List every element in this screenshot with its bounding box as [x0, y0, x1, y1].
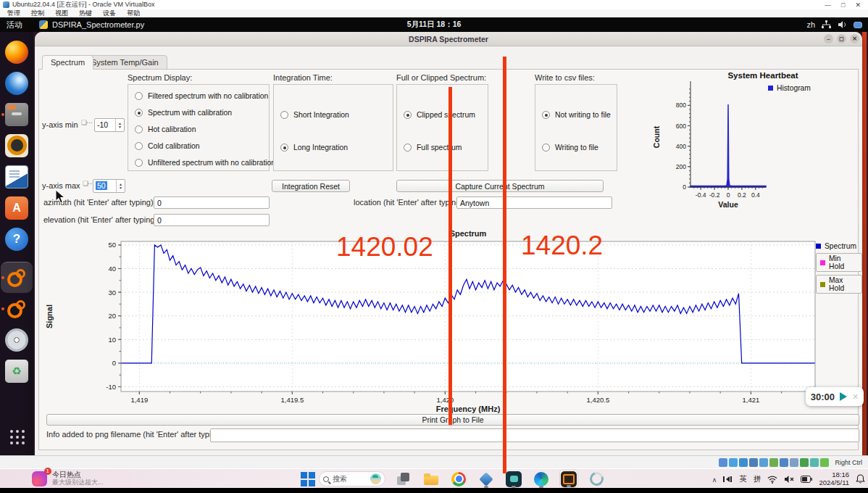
topbar-clock[interactable]: 5月11日 18：16 [407, 20, 462, 30]
y-axis-min-spinbox[interactable]: -10 [94, 118, 125, 132]
print-graph-button[interactable]: Print Graph to File [46, 414, 859, 426]
tab-spectrum[interactable]: Spectrum [42, 55, 93, 70]
mouse-integration-status-icon[interactable] [820, 458, 829, 467]
virtualbox-icon[interactable] [477, 470, 496, 488]
tray-clock[interactable]: 18:16 2024/5/11 [819, 471, 849, 486]
app-close-button[interactable] [850, 34, 859, 44]
radio-writing-to-file[interactable]: Writing to file [542, 142, 598, 153]
show-apps-icon[interactable] [1, 421, 33, 452]
radio-full-spectrum[interactable]: Full spectrum [404, 142, 462, 153]
libreoffice-writer-icon[interactable] [1, 161, 33, 192]
search-highlight-icon [370, 473, 381, 484]
news-widget[interactable]: 1 今日热点 最大级别达超大... [32, 471, 104, 486]
trash-icon[interactable] [1, 355, 33, 386]
legend-max-hold[interactable]: Max Hold [816, 275, 862, 294]
input-method-indicator[interactable]: zh [806, 20, 815, 29]
vm-window-glyph [506, 471, 522, 487]
elevation-input[interactable] [154, 214, 270, 226]
activities-button[interactable]: 活动 [0, 19, 29, 31]
legend-swatch [820, 260, 825, 265]
media-tray-icon[interactable] [723, 475, 733, 484]
running-indicator [1, 113, 4, 116]
recording-status-icon[interactable] [810, 458, 819, 467]
radio-long-integration[interactable]: Long Integration [280, 142, 348, 153]
shared-folders-status-icon[interactable] [780, 458, 788, 467]
task-view-icon[interactable] [394, 470, 413, 488]
y-axis-max-spinbox[interactable]: 50 [93, 179, 125, 193]
vbox-close-button[interactable] [855, 1, 861, 9]
news-title: 今日热点 [52, 471, 104, 478]
battery-icon[interactable] [801, 476, 812, 483]
wifi-icon[interactable] [767, 475, 777, 484]
optical-drive-status-icon[interactable] [729, 458, 738, 467]
show-apps-glyph [5, 426, 28, 449]
ime-english-indicator[interactable]: 英 [739, 474, 747, 484]
play-icon[interactable] [840, 392, 847, 401]
legend-min-hold[interactable]: Min Hold [816, 253, 862, 272]
radio-unfiltered-spectrum-with-no-calibration[interactable]: Unfiltered spectrum with no calibration [135, 157, 275, 168]
png-info-label: Info added to png filename (hit 'Enter' … [46, 430, 225, 439]
capture-spectrum-button[interactable]: Capture Current Spectrum [396, 180, 604, 192]
radio-spectrum-with-calibration[interactable]: Spectrum with calibration [135, 107, 232, 118]
file-explorer-icon[interactable] [422, 470, 441, 488]
radio-cold-calibration[interactable]: Cold calibration [135, 141, 200, 152]
location-input[interactable] [456, 196, 612, 209]
battery-icon[interactable] [854, 22, 862, 28]
spin-arrows-icon[interactable] [116, 180, 125, 192]
svg-text:Count: Count [652, 125, 661, 148]
volume-muted-icon[interactable] [784, 475, 794, 484]
app-maximize-button[interactable] [837, 34, 846, 44]
app-titlebar[interactable]: DSPIRA Spectrometer [35, 32, 862, 46]
annotation-line-1420.2 [503, 57, 506, 473]
hard-disk-status-icon[interactable] [719, 458, 727, 467]
radio-clipped-spectrum[interactable]: Clipped spectrum [404, 109, 475, 120]
usb-status-icon[interactable] [759, 458, 768, 467]
ime-pinyin-indicator[interactable]: 拼 [754, 474, 761, 484]
close-timer-icon[interactable] [852, 392, 859, 402]
radio-short-integration[interactable]: Short Integration [280, 109, 349, 120]
tab-system-temp-gain[interactable]: System Temp/Gain [83, 55, 167, 70]
swirl-app-icon[interactable] [587, 470, 606, 488]
display-status-icon[interactable] [800, 458, 809, 467]
optical-disc-icon[interactable] [1, 324, 33, 355]
capture-tool-icon[interactable] [559, 470, 578, 488]
vm-window-icon[interactable] [504, 470, 523, 488]
chrome-icon[interactable] [449, 470, 468, 488]
svg-text:1,419.5: 1,419.5 [280, 396, 304, 404]
thunderbird-icon[interactable] [1, 67, 33, 99]
firefox-icon[interactable] [1, 36, 33, 67]
focused-app-title[interactable]: DSPIRA_Spectrometer.py [52, 20, 144, 29]
files-icon[interactable] [1, 99, 33, 130]
app-minimize-button[interactable] [824, 34, 833, 44]
radio-filtered-spectrum-with-no-calibration[interactable]: Filtered spectrum with no calibration [135, 91, 268, 102]
radio-icon [404, 144, 412, 152]
spectrum-display-group: Filtered spectrum with no calibrationSpe… [128, 84, 270, 171]
clipboard-status-icon[interactable] [790, 458, 798, 467]
audio-status-icon[interactable] [739, 458, 748, 467]
ubuntu-software-icon[interactable] [1, 192, 33, 223]
png-info-input[interactable] [210, 428, 859, 442]
timer-widget[interactable]: 30:00 [806, 387, 864, 406]
azimuth-input[interactable] [154, 196, 270, 209]
spectrum-legend: SpectrumMin HoldMax Hold [816, 242, 862, 294]
network-status-icon[interactable] [749, 458, 758, 467]
rhythmbox-icon[interactable] [1, 130, 33, 161]
integration-reset-button[interactable]: Integration Reset [272, 180, 350, 192]
integration-time-label: Integration Time: [273, 73, 333, 82]
gnuradio-companion-icon[interactable] [1, 262, 33, 293]
notification-bell-icon[interactable] [856, 474, 865, 484]
vbox-maximize-button[interactable] [841, 1, 845, 9]
radio-hot-calibration[interactable]: Hot calibration [135, 124, 196, 135]
gnuradio-icon[interactable] [1, 293, 33, 324]
vbox-menubar: 管理控制视图热键设备帮助 [0, 9, 868, 17]
vbox-minimize-button[interactable] [825, 1, 831, 9]
edge-icon[interactable] [532, 470, 551, 488]
hidden-icons-chevron-icon[interactable] [712, 475, 717, 484]
start-button[interactable] [299, 471, 316, 487]
spectrum-display-label: Spectrum Display: [128, 73, 192, 82]
radio-not-writing-to-file[interactable]: Not writing to file [542, 109, 611, 120]
spin-arrows-icon[interactable] [115, 119, 124, 131]
help-icon[interactable] [1, 223, 33, 254]
search-box[interactable]: 搜索 [319, 471, 385, 486]
webcam-status-icon[interactable] [769, 458, 778, 467]
